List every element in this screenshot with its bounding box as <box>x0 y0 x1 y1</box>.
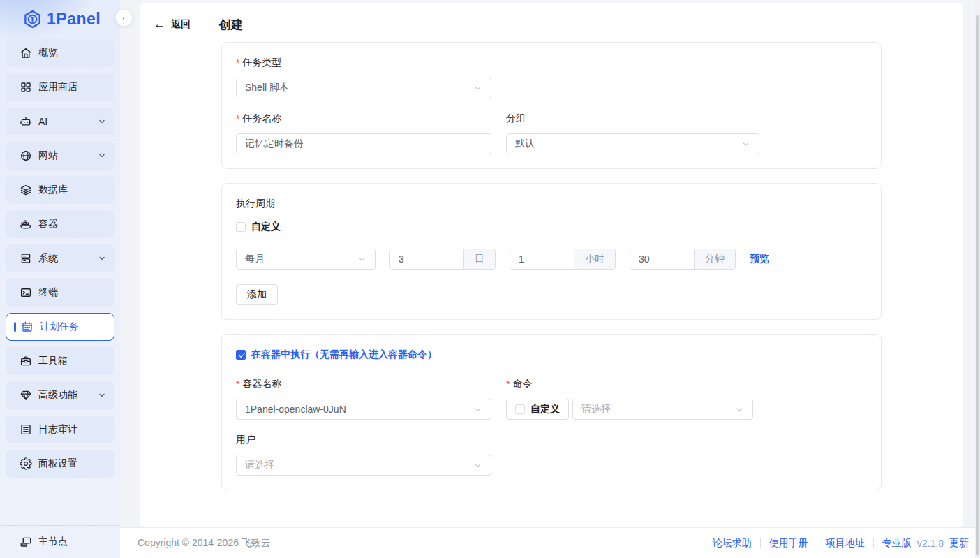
container-name-select[interactable]: 1Panel-openclaw-0JuN <box>236 399 491 420</box>
hour-input-group: 小时 <box>510 249 616 270</box>
hour-unit-suffix: 小时 <box>574 249 615 269</box>
content-card: ← 返回 创建 * 任务类型 Shell 脚本 <box>140 3 963 527</box>
collapse-chevron-icon: ‹ <box>122 13 125 22</box>
terminal-icon <box>20 286 32 299</box>
sidebar-item-pro-features[interactable]: 高级功能 <box>6 381 114 409</box>
minute-input[interactable] <box>630 249 694 269</box>
run-in-container-label: 在容器中执行（无需再输入进入容器命令） <box>251 348 437 361</box>
minute-input-group: 分钟 <box>630 249 736 270</box>
task-type-row: * 任务类型 Shell 脚本 <box>236 57 867 98</box>
brand-logo[interactable]: 1Panel <box>0 0 120 31</box>
chevron-down-icon <box>98 391 106 399</box>
required-asterisk: * <box>236 379 239 390</box>
add-schedule-button[interactable]: 添加 <box>236 284 278 305</box>
footer-separator <box>873 538 874 548</box>
project-url-link[interactable]: 项目地址 <box>826 537 865 550</box>
chevron-down-icon <box>357 255 366 264</box>
sidebar-collapse-button[interactable]: ‹ <box>115 9 133 27</box>
sidebar-item-label: 计划任务 <box>40 321 79 333</box>
period-select[interactable]: 每月 <box>236 249 376 270</box>
footer-separator <box>817 538 817 548</box>
required-asterisk: * <box>236 57 239 68</box>
task-name-input[interactable] <box>236 133 491 154</box>
sidebar-item-label: 面板设置 <box>38 457 77 470</box>
sidebar-item-toolbox[interactable]: 工具箱 <box>6 347 114 375</box>
edition-label[interactable]: 专业版 <box>882 537 912 550</box>
command-select[interactable]: 请选择 <box>572 399 753 420</box>
task-type-select[interactable]: Shell 脚本 <box>236 78 491 98</box>
diamond-icon <box>20 389 32 402</box>
command-custom-checkbox[interactable]: 自定义 <box>506 399 569 420</box>
checkbox-unchecked-icon[interactable] <box>515 404 525 414</box>
command-custom-label: 自定义 <box>530 403 560 416</box>
section-container: 在容器中执行（无需再输入进入容器命令） * 容器名称 1Panel-opencl… <box>221 334 882 490</box>
sidebar-item-label: 数据库 <box>38 184 68 196</box>
container-command-row: * 容器名称 1Panel-openclaw-0JuN * 命令 <box>236 378 867 420</box>
schedule-section-label: 执行周期 <box>236 198 867 210</box>
group-field: 分组 默认 <box>506 112 759 154</box>
calendar-icon <box>21 321 34 333</box>
command-label: * 命令 <box>506 378 759 390</box>
checkbox-unchecked-icon[interactable] <box>236 222 246 232</box>
chevron-down-icon <box>473 84 482 93</box>
footer: Copyright © 2014-2026 飞致云 论坛求助 使用手册 项目地址… <box>120 527 980 558</box>
version-label: v2.1.8 <box>917 538 944 549</box>
minute-unit-suffix: 分钟 <box>694 249 735 269</box>
sidebar-item-system[interactable]: 系统 <box>6 244 114 272</box>
custom-schedule-checkbox-row[interactable]: 自定义 <box>236 221 867 233</box>
sidebar-item-label: 终端 <box>38 286 58 299</box>
sidebar-item-cronjob[interactable]: 计划任务 <box>6 313 114 341</box>
main-area: ← 返回 创建 * 任务类型 Shell 脚本 <box>120 0 980 558</box>
schedule-spec-row: 每月 日 小时 分钟 预览 <box>236 249 867 270</box>
update-link[interactable]: 更新 <box>949 537 969 550</box>
server-icon <box>20 252 32 265</box>
node-icon <box>20 536 32 548</box>
gear-icon <box>20 457 32 470</box>
globe-icon <box>20 149 32 162</box>
copyright-text: Copyright © 2014-2026 飞致云 <box>138 537 271 550</box>
container-name-field: * 容器名称 1Panel-openclaw-0JuN <box>236 378 491 420</box>
user-select[interactable]: 请选择 <box>236 455 491 476</box>
sidebar-item-log-audit[interactable]: 日志审计 <box>6 416 114 443</box>
back-label: 返回 <box>171 18 191 31</box>
app-grid-icon <box>20 81 32 94</box>
group-select[interactable]: 默认 <box>506 133 759 154</box>
sidebar-item-database[interactable]: 数据库 <box>6 176 114 204</box>
command-controls: 自定义 请选择 <box>506 399 759 420</box>
sidebar-item-terminal[interactable]: 终端 <box>6 279 114 307</box>
vertical-scrollbar[interactable] <box>975 0 980 558</box>
chevron-down-icon <box>735 405 744 414</box>
run-in-container-checkbox-row[interactable]: 在容器中执行（无需再输入进入容器命令） <box>236 348 867 361</box>
required-asterisk: * <box>506 379 510 390</box>
page-title: 创建 <box>219 17 243 33</box>
sidebar-item-container[interactable]: 容器 <box>6 210 114 238</box>
sidebar-item-overview[interactable]: 概览 <box>6 39 114 67</box>
robot-icon <box>20 115 32 128</box>
section-basic-info: * 任务类型 Shell 脚本 * 任务名称 <box>221 42 882 169</box>
chevron-down-icon <box>98 152 106 160</box>
day-input[interactable] <box>390 249 463 269</box>
checkbox-checked-icon[interactable] <box>236 350 246 360</box>
sidebar-item-label: 网站 <box>38 149 58 162</box>
sidebar-item-master-node[interactable]: 主节点 <box>0 525 120 558</box>
brand-name: 1Panel <box>47 10 101 29</box>
day-input-group: 日 <box>389 249 496 270</box>
manual-link[interactable]: 使用手册 <box>769 537 808 550</box>
sidebar-menu: 概览 应用商店 AI 网站 数据库 <box>0 31 120 478</box>
sidebar-item-ai[interactable]: AI <box>6 108 114 135</box>
home-icon <box>20 47 32 59</box>
group-label: 分组 <box>506 112 759 125</box>
scrollbar-thumb[interactable] <box>976 15 979 555</box>
hour-input[interactable] <box>510 249 574 269</box>
sidebar-item-website[interactable]: 网站 <box>6 142 114 170</box>
sidebar-item-label: 系统 <box>38 252 58 265</box>
sidebar: 1Panel 概览 应用商店 AI 网站 <box>0 0 120 558</box>
chevron-down-icon <box>98 254 106 263</box>
preview-link[interactable]: 预览 <box>750 253 769 265</box>
chevron-down-icon <box>741 140 750 149</box>
active-indicator <box>14 322 16 332</box>
sidebar-item-panel-settings[interactable]: 面板设置 <box>6 450 114 478</box>
back-button[interactable]: ← 返回 <box>154 17 191 31</box>
forum-help-link[interactable]: 论坛求助 <box>713 537 752 550</box>
sidebar-item-app-store[interactable]: 应用商店 <box>6 73 114 101</box>
